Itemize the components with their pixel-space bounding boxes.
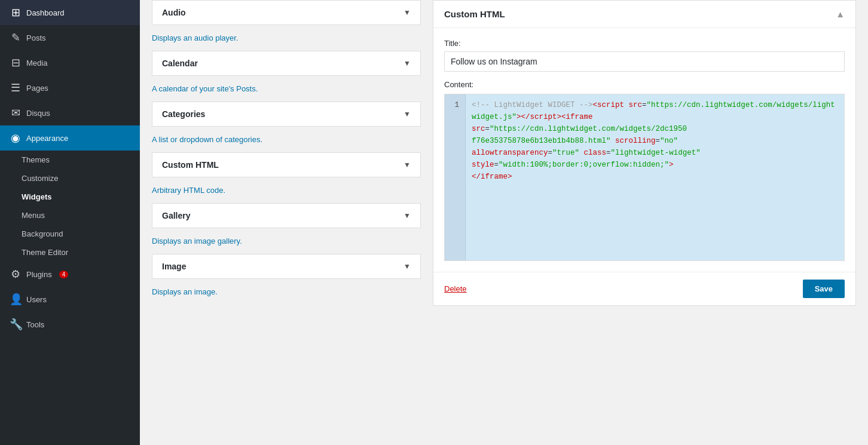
widget-calendar-header[interactable]: Calendar ▼ xyxy=(152,51,420,75)
plugins-badge: 4 xyxy=(59,271,69,278)
widget-audio-desc: Displays an audio player. xyxy=(152,31,421,51)
widget-custom-html-desc: Arbitrary HTML code. xyxy=(152,183,421,203)
sidebar-sub-theme-editor[interactable]: Theme Editor xyxy=(0,243,140,262)
widget-custom-html: Custom HTML ▼ xyxy=(152,152,421,177)
widget-custom-html-chevron: ▼ xyxy=(404,161,411,169)
title-input[interactable] xyxy=(444,51,845,72)
sidebar: ⊞ Dashboard ✎ Posts ⊟ Media ☰ Pages ✉ Di… xyxy=(0,0,140,445)
widget-image-chevron: ▼ xyxy=(404,262,411,271)
appearance-icon: ◉ xyxy=(10,131,22,145)
sidebar-label-users: Users xyxy=(26,295,47,304)
widget-calendar-chevron: ▼ xyxy=(404,59,411,67)
widget-audio-label: Audio xyxy=(162,8,186,17)
sidebar-item-users[interactable]: 👤 Users xyxy=(0,287,140,312)
plugins-icon: ⚙ xyxy=(10,268,22,281)
widget-categories-chevron: ▼ xyxy=(404,110,411,118)
widget-calendar-desc: A calendar of your site's Posts. xyxy=(152,82,421,102)
sidebar-item-appearance[interactable]: ◉ Appearance xyxy=(0,125,140,151)
sidebar-item-media[interactable]: ⊟ Media xyxy=(0,50,140,75)
sidebar-label-pages: Pages xyxy=(26,84,48,93)
widget-image: Image ▼ xyxy=(152,254,421,279)
sidebar-label-media: Media xyxy=(26,59,47,67)
sidebar-item-disqus[interactable]: ✉ Disqus xyxy=(0,100,140,125)
title-field-label: Title: xyxy=(444,39,845,48)
sidebar-sub-widgets[interactable]: Widgets xyxy=(0,188,140,206)
widget-categories: Categories ▼ xyxy=(152,102,421,127)
sidebar-label-plugins: Plugins xyxy=(26,270,52,279)
collapse-arrow-icon[interactable]: ▲ xyxy=(836,9,845,19)
line-numbers: 1 xyxy=(445,94,466,260)
widget-image-label: Image xyxy=(162,262,186,271)
sidebar-item-posts[interactable]: ✎ Posts xyxy=(0,25,140,50)
disqus-icon: ✉ xyxy=(10,106,22,119)
sidebar-item-tools[interactable]: 🔧 Tools xyxy=(0,312,140,337)
sidebar-label-dashboard: Dashboard xyxy=(26,8,65,17)
main-area: Audio ▼ Displays an audio player. Calend… xyxy=(140,0,868,445)
widget-gallery: Gallery ▼ xyxy=(152,203,421,228)
widget-audio-chevron: ▼ xyxy=(404,8,411,17)
sidebar-label-appearance: Appearance xyxy=(26,134,68,143)
save-button[interactable]: Save xyxy=(803,280,845,298)
custom-html-panel-header: Custom HTML ▲ xyxy=(433,1,855,28)
sidebar-item-plugins[interactable]: ⚙ Plugins 4 xyxy=(0,262,140,287)
sidebar-sub-menus[interactable]: Menus xyxy=(0,206,140,225)
sidebar-sub-themes[interactable]: Themes xyxy=(0,151,140,169)
widget-custom-html-label: Custom HTML xyxy=(162,160,219,170)
custom-html-panel-title: Custom HTML xyxy=(444,9,505,19)
widget-gallery-header[interactable]: Gallery ▼ xyxy=(152,204,420,228)
widget-list-panel: Audio ▼ Displays an audio player. Calend… xyxy=(140,0,433,445)
widget-gallery-chevron: ▼ xyxy=(404,211,411,220)
sidebar-item-dashboard[interactable]: ⊞ Dashboard xyxy=(0,0,140,25)
tools-icon: 🔧 xyxy=(10,318,22,331)
widget-audio: Audio ▼ xyxy=(152,0,421,25)
widget-calendar: Calendar ▼ xyxy=(152,51,421,76)
media-icon: ⊟ xyxy=(10,56,22,69)
widget-custom-html-header[interactable]: Custom HTML ▼ xyxy=(152,153,420,177)
sidebar-label-disqus: Disqus xyxy=(26,109,50,118)
widget-gallery-label: Gallery xyxy=(162,211,190,220)
widget-image-desc: Displays an image. xyxy=(152,285,421,305)
widget-categories-desc: A list or dropdown of categories. xyxy=(152,133,421,152)
widget-gallery-desc: Displays an image gallery. xyxy=(152,234,421,254)
sidebar-label-tools: Tools xyxy=(26,320,44,329)
posts-icon: ✎ xyxy=(10,31,22,44)
custom-html-body: Title: Content: 1 <!-- LightWidget WIDGE… xyxy=(433,28,855,272)
sidebar-label-posts: Posts xyxy=(26,33,46,42)
sidebar-item-pages[interactable]: ☰ Pages xyxy=(0,75,140,100)
editor-panel: Custom HTML ▲ Title: Content: 1 <!-- Lig… xyxy=(433,0,868,445)
code-editor[interactable]: 1 <!-- LightWidget WIDGET --><script src… xyxy=(444,94,845,261)
widget-audio-header[interactable]: Audio ▼ xyxy=(152,1,420,24)
content-field-label: Content: xyxy=(444,80,845,89)
code-content-area[interactable]: <!-- LightWidget WIDGET --><script src="… xyxy=(466,94,844,260)
custom-html-footer: Delete Save xyxy=(433,272,855,305)
custom-html-box: Custom HTML ▲ Title: Content: 1 <!-- Lig… xyxy=(433,0,856,306)
widget-categories-label: Categories xyxy=(162,109,205,119)
delete-button[interactable]: Delete xyxy=(444,284,467,293)
pages-icon: ☰ xyxy=(10,81,22,94)
widget-calendar-label: Calendar xyxy=(162,59,198,68)
widget-image-header[interactable]: Image ▼ xyxy=(152,254,420,278)
dashboard-icon: ⊞ xyxy=(10,6,22,19)
users-icon: 👤 xyxy=(10,293,22,306)
sidebar-sub-customize[interactable]: Customize xyxy=(0,169,140,188)
sidebar-sub-background[interactable]: Background xyxy=(0,225,140,243)
widget-categories-header[interactable]: Categories ▼ xyxy=(152,102,420,126)
